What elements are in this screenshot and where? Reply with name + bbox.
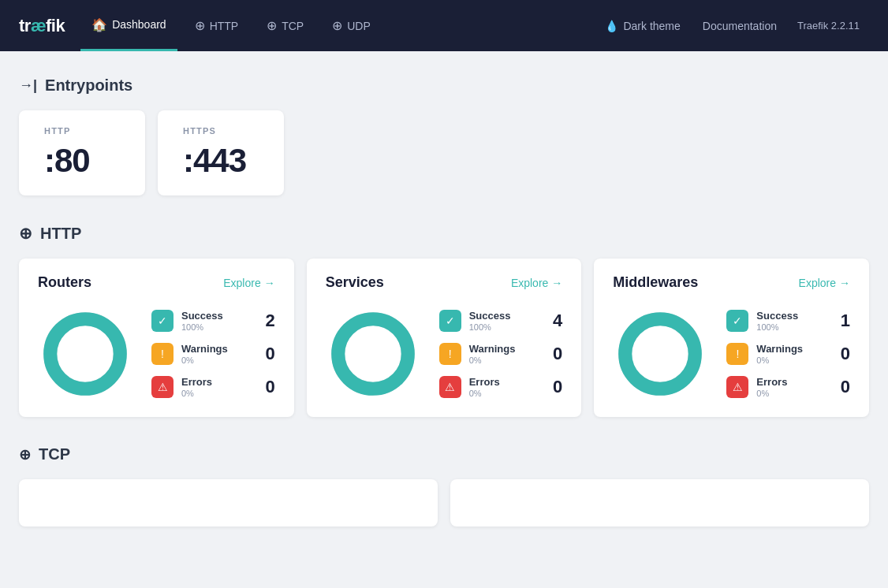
routers-warnings-count: 0 xyxy=(265,344,274,364)
documentation-label: Documentation xyxy=(703,20,777,32)
svg-point-5 xyxy=(353,333,393,374)
http-section: ⊕ HTTP Routers Explore → xyxy=(19,224,869,417)
tcp-section-icon: ⊕ xyxy=(19,446,31,463)
services-success-pct: 100% xyxy=(469,322,539,332)
middlewares-warnings-label: Warnings xyxy=(756,343,826,355)
services-errors-count: 0 xyxy=(553,377,562,397)
entrypoint-http-value: :80 xyxy=(44,142,120,180)
version-badge: Traefik 2.2.11 xyxy=(788,20,869,32)
http-section-header: ⊕ HTTP xyxy=(19,224,869,243)
middlewares-success-row: ✓ Success 100% 1 xyxy=(726,310,850,332)
routers-errors-count: 0 xyxy=(265,377,274,397)
routers-errors-info: Errors 0% xyxy=(181,376,251,398)
services-errors-info: Errors 0% xyxy=(469,376,539,398)
services-warnings-pct: 0% xyxy=(469,355,539,365)
services-errors-row: ⚠ Errors 0% 0 xyxy=(439,376,563,398)
middlewares-errors-count: 0 xyxy=(841,377,850,397)
routers-card: Routers Explore → xyxy=(19,259,294,417)
routers-explore-arrow: → xyxy=(264,277,275,289)
routers-success-info: Success 100% xyxy=(181,310,251,332)
nav-tcp-label: TCP xyxy=(282,20,304,32)
middlewares-errors-info: Errors 0% xyxy=(756,376,826,398)
tcp-card-2 xyxy=(450,479,869,527)
svg-point-8 xyxy=(640,333,681,374)
dark-theme-toggle[interactable]: 💧 Dark theme xyxy=(594,0,691,51)
middlewares-card: Middlewares Explore → xyxy=(594,259,869,417)
middlewares-explore-label: Explore xyxy=(799,277,836,289)
entrypoint-http-label: HTTP xyxy=(44,126,120,136)
tcp-card-1 xyxy=(19,479,438,527)
entrypoints-title: Entrypoints xyxy=(45,76,132,95)
entrypoints-row: HTTP :80 HTTPS :443 xyxy=(19,110,869,195)
routers-title: Routers xyxy=(38,274,91,291)
services-explore-label: Explore xyxy=(511,277,548,289)
middlewares-donut xyxy=(613,307,707,401)
logo[interactable]: træfik xyxy=(19,16,65,36)
routers-warnings-info: Warnings 0% xyxy=(181,343,251,365)
services-card: Services Explore → xyxy=(307,259,582,417)
middlewares-explore-arrow: → xyxy=(839,277,850,289)
entrypoint-http: HTTP :80 xyxy=(19,110,145,195)
routers-warning-badge: ! xyxy=(151,343,173,365)
services-explore-arrow: → xyxy=(551,277,562,289)
middlewares-stats-list: ✓ Success 100% 1 ! Warnings 0% xyxy=(726,310,850,398)
routers-explore-link[interactable]: Explore → xyxy=(223,277,274,289)
services-warning-badge: ! xyxy=(439,343,461,365)
nav-http[interactable]: ⊕ HTTP xyxy=(184,0,250,51)
dark-theme-icon: 💧 xyxy=(605,20,618,32)
services-stats-list: ✓ Success 100% 4 ! Warnings 0% xyxy=(439,310,563,398)
services-success-badge: ✓ xyxy=(439,310,461,332)
services-warnings-row: ! Warnings 0% 0 xyxy=(439,343,563,365)
services-success-info: Success 100% xyxy=(469,310,539,332)
services-warnings-label: Warnings xyxy=(469,343,539,355)
http-globe-section-icon: ⊕ xyxy=(19,224,32,243)
entrypoint-https-value: :443 xyxy=(183,142,259,180)
nav-udp-label: UDP xyxy=(347,20,371,32)
services-title: Services xyxy=(326,274,384,291)
entrypoints-section-header: →| Entrypoints xyxy=(19,76,869,95)
services-card-header: Services Explore → xyxy=(326,274,563,291)
middlewares-card-header: Middlewares Explore → xyxy=(613,274,850,291)
tcp-cards-partial xyxy=(19,479,869,527)
navbar: træfik 🏠 Dashboard ⊕ HTTP ⊕ TCP ⊕ UDP 💧 … xyxy=(0,0,888,51)
routers-stats-list: ✓ Success 100% 2 ! Warnings 0% xyxy=(151,310,275,398)
tcp-section-header: ⊕ TCP xyxy=(19,445,869,463)
routers-warnings-label: Warnings xyxy=(181,343,251,355)
services-success-label: Success xyxy=(469,310,539,322)
middlewares-errors-label: Errors xyxy=(756,376,826,389)
services-card-body: ✓ Success 100% 4 ! Warnings 0% xyxy=(326,307,563,401)
middlewares-warnings-info: Warnings 0% xyxy=(756,343,826,365)
middlewares-warnings-row: ! Warnings 0% 0 xyxy=(726,343,850,365)
services-success-row: ✓ Success 100% 4 xyxy=(439,310,563,332)
nav-tcp[interactable]: ⊕ TCP xyxy=(256,0,315,51)
middlewares-warnings-count: 0 xyxy=(841,344,850,364)
services-errors-pct: 0% xyxy=(469,389,539,398)
nav-http-label: HTTP xyxy=(210,20,239,32)
routers-errors-label: Errors xyxy=(181,376,251,389)
routers-warnings-row: ! Warnings 0% 0 xyxy=(151,343,275,365)
routers-card-body: ✓ Success 100% 2 ! Warnings 0% xyxy=(38,307,275,401)
entrypoints-arrow-icon: →| xyxy=(19,77,37,94)
middlewares-success-label: Success xyxy=(756,310,826,322)
http-section-title: HTTP xyxy=(40,225,81,243)
routers-errors-row: ⚠ Errors 0% 0 xyxy=(151,376,275,398)
nav-udp[interactable]: ⊕ UDP xyxy=(321,0,382,51)
http-globe-icon: ⊕ xyxy=(195,18,205,33)
services-explore-link[interactable]: Explore → xyxy=(511,277,562,289)
routers-success-pct: 100% xyxy=(181,322,251,332)
main-content: →| Entrypoints HTTP :80 HTTPS :443 ⊕ HTT… xyxy=(0,51,888,580)
http-cards-row: Routers Explore → xyxy=(19,259,869,417)
middlewares-warning-badge: ! xyxy=(726,343,748,365)
nav-right: 💧 Dark theme Documentation Traefik 2.2.1… xyxy=(594,0,869,51)
routers-card-header: Routers Explore → xyxy=(38,274,275,291)
services-success-count: 4 xyxy=(553,311,562,331)
middlewares-explore-link[interactable]: Explore → xyxy=(799,277,850,289)
middlewares-error-badge: ⚠ xyxy=(726,376,748,398)
middlewares-success-pct: 100% xyxy=(756,322,826,332)
services-errors-label: Errors xyxy=(469,376,539,389)
middlewares-title: Middlewares xyxy=(613,274,698,291)
documentation-link[interactable]: Documentation xyxy=(692,0,788,51)
nav-dashboard[interactable]: 🏠 Dashboard xyxy=(80,0,177,51)
middlewares-success-info: Success 100% xyxy=(756,310,826,332)
udp-globe-icon: ⊕ xyxy=(332,18,342,33)
